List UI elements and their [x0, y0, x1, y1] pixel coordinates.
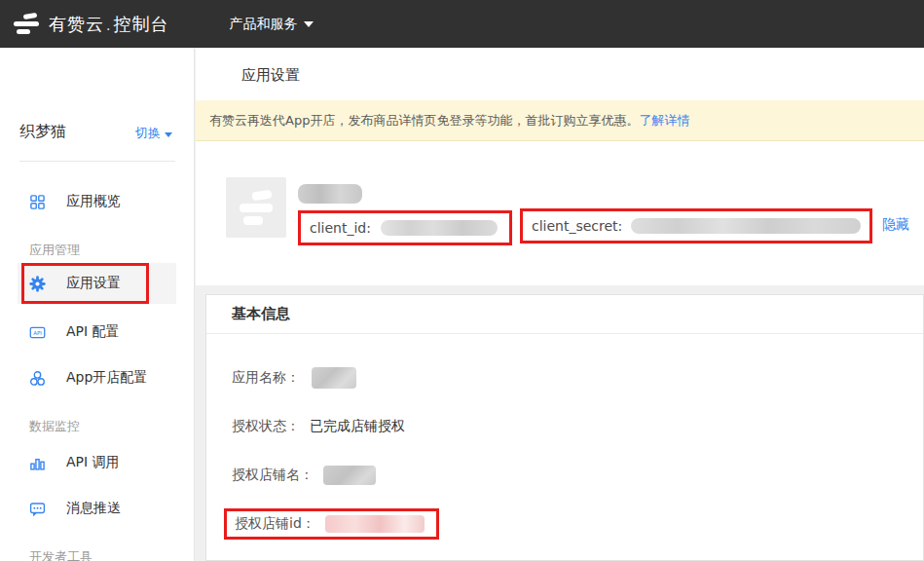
- sidebar-item-message-push[interactable]: 消息推送: [0, 493, 195, 524]
- app-logo-placeholder: [226, 177, 286, 238]
- sidebar-section-developer-tools: 开发者工具: [29, 548, 92, 561]
- brand-suffix: 控制台: [113, 14, 168, 34]
- redacted-shop-name-value: [323, 466, 376, 485]
- page-header: 应用设置: [196, 48, 924, 100]
- youzan-logo-icon: [14, 14, 41, 34]
- redacted-shop-id-value: [325, 515, 425, 533]
- field-label: 授权店铺名：: [232, 467, 314, 484]
- sidebar-item-app-store-config[interactable]: App开店配置: [0, 362, 195, 393]
- sidebar-item-api-calls[interactable]: API 调用: [0, 447, 195, 478]
- sidebar-item-label: 应用概览: [66, 193, 121, 210]
- redacted-client-secret-value: [631, 218, 861, 234]
- annotation-box-client-secret: client_secret:: [520, 208, 872, 243]
- basic-info-body: 应用名称： 授权状态： 已完成店铺授权 授权店铺名： 授权店铺id：: [206, 334, 923, 535]
- sidebar-item-label: API 配置: [66, 323, 120, 341]
- main-content: 应用设置 有赞云再迭代App开店，发布商品详情页免登录等功能，首批订购立享优惠。…: [196, 48, 924, 561]
- sidebar-item-label: API 调用: [66, 454, 120, 471]
- app-credentials-section: client_id: client_secret: 隐藏: [196, 141, 924, 285]
- brand-name: 有赞云: [49, 14, 104, 34]
- field-row-app-name: 应用名称：: [206, 367, 923, 389]
- page-title: 应用设置: [241, 66, 300, 85]
- chevron-down-icon: [165, 132, 172, 137]
- sidebar-item-api-config[interactable]: API API 配置: [0, 317, 195, 348]
- learn-more-link[interactable]: 了解详情: [639, 112, 689, 130]
- field-row-shop-id: 授权店铺id：: [224, 513, 923, 535]
- circles-icon: [29, 370, 46, 387]
- hide-secret-link[interactable]: 隐藏: [882, 216, 909, 234]
- basic-info-title: 基本信息: [206, 295, 923, 334]
- brand-title: 有赞云.控制台: [49, 13, 168, 36]
- bar-chart-icon: [29, 455, 46, 471]
- sidebar: 织梦猫 切换 应用概览 应用管理 应用设置: [0, 48, 195, 561]
- svg-text:API: API: [33, 330, 42, 336]
- sidebar-section-app-management: 应用管理: [29, 242, 80, 259]
- topbar: 有赞云.控制台 产品和服务: [0, 0, 924, 48]
- promo-banner: 有赞云再迭代App开店，发布商品详情页免登录等功能，首批订购立享优惠。了解详情: [196, 100, 924, 141]
- message-icon: [29, 501, 46, 517]
- redacted-app-name-value: [312, 367, 356, 389]
- annotation-box-client-id: client_id:: [298, 210, 512, 245]
- field-row-shop-name: 授权店铺名：: [206, 465, 923, 486]
- field-label: 授权店铺id：: [235, 515, 315, 533]
- promo-banner-text: 有赞云再迭代App开店，发布商品详情页免登录等功能，首批订购立享优惠。: [209, 112, 639, 130]
- grid-icon: [29, 194, 46, 210]
- switch-label: 切换: [135, 126, 161, 140]
- api-badge-icon: API: [29, 324, 46, 341]
- annotation-box-shop-id: 授权店铺id：: [224, 508, 439, 540]
- sidebar-item-app-overview[interactable]: 应用概览: [0, 186, 195, 217]
- auth-status-value: 已完成店铺授权: [310, 418, 405, 435]
- products-services-menu[interactable]: 产品和服务: [229, 16, 314, 33]
- switch-account-link[interactable]: 切换: [135, 125, 172, 142]
- client-secret-label: client_secret:: [532, 218, 622, 234]
- sidebar-item-app-settings[interactable]: 应用设置: [0, 268, 195, 299]
- account-name: 织梦猫: [19, 122, 66, 142]
- redacted-client-id-value: [381, 220, 498, 236]
- brand-separator: .: [104, 18, 113, 33]
- sidebar-section-data-monitoring: 数据监控: [29, 418, 80, 435]
- basic-info-card: 基本信息 应用名称： 授权状态： 已完成店铺授权 授权店铺名： 授权店铺id：: [205, 294, 924, 561]
- sidebar-divider: [19, 161, 175, 162]
- sidebar-item-label: 消息推送: [66, 500, 121, 517]
- field-row-auth-status: 授权状态： 已完成店铺授权: [206, 416, 923, 437]
- sidebar-item-label: 应用设置: [66, 275, 121, 292]
- field-label: 授权状态：: [232, 418, 300, 435]
- client-id-label: client_id:: [310, 220, 371, 236]
- sidebar-item-label: App开店配置: [66, 369, 147, 387]
- redacted-app-name: [298, 184, 362, 204]
- gear-icon: [29, 276, 46, 292]
- products-services-label: 产品和服务: [229, 16, 297, 33]
- chevron-down-icon: [304, 21, 314, 27]
- field-label: 应用名称：: [232, 369, 300, 387]
